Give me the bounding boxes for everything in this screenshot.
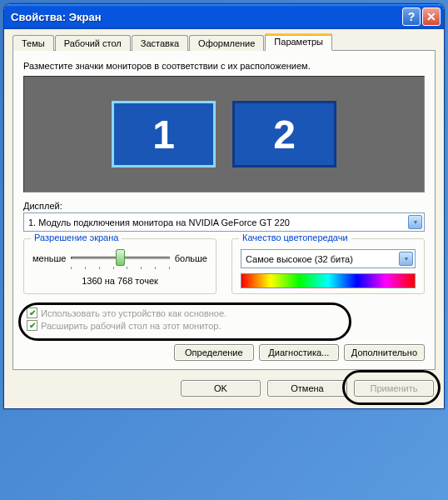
- monitor-2[interactable]: 2: [232, 101, 336, 168]
- window-title: Свойства: Экран: [11, 11, 401, 23]
- help-button[interactable]: ?: [402, 8, 421, 26]
- display-value: 1. Модуль подключения монитора на NVIDIA…: [26, 218, 408, 228]
- settings-buttons-row: Определение Диагностика... Дополнительно: [23, 344, 425, 361]
- display-label: Дисплей:: [23, 201, 425, 211]
- tab-strip: Темы Рабочий стол Заставка Оформление Па…: [12, 35, 436, 51]
- close-button[interactable]: ✕: [422, 8, 441, 26]
- resolution-title: Разрешение экрана: [31, 232, 122, 242]
- color-quality-group: Качество цветопередачи Самое высокое (32…: [231, 238, 425, 294]
- settings-pane: Разместите значки мониторов в соответств…: [12, 50, 436, 370]
- identify-button[interactable]: Определение: [174, 344, 254, 361]
- close-icon: ✕: [426, 10, 436, 23]
- extend-desktop-row: ✔ Расширить рабочий стол на этот монитор…: [27, 320, 421, 331]
- primary-checkbox[interactable]: ✔: [27, 308, 37, 318]
- chevron-down-icon[interactable]: ▾: [408, 215, 422, 229]
- monitor-2-number: 2: [273, 112, 296, 158]
- extend-checkbox[interactable]: ✔: [27, 320, 37, 331]
- ok-button[interactable]: OK: [181, 380, 261, 397]
- slider-less-label: меньше: [32, 253, 66, 263]
- extend-label: Расширить рабочий стол на этот монитор.: [41, 321, 222, 331]
- chevron-down-icon[interactable]: ▾: [399, 252, 413, 266]
- monitor-1[interactable]: 1: [112, 101, 216, 168]
- apply-button[interactable]: Применить: [354, 380, 434, 397]
- display-dropdown[interactable]: 1. Модуль подключения монитора на NVIDIA…: [23, 212, 425, 232]
- primary-label: Использовать это устройство как основное…: [41, 308, 226, 318]
- resolution-text: 1360 на 768 точек: [32, 276, 207, 286]
- troubleshoot-button[interactable]: Диагностика...: [259, 344, 339, 361]
- resolution-group: Разрешение экрана меньше больше 1360 на …: [23, 238, 217, 294]
- titlebar[interactable]: Свойства: Экран ? ✕: [4, 4, 444, 29]
- tab-appearance[interactable]: Оформление: [189, 35, 264, 51]
- instruction-text: Разместите значки мониторов в соответств…: [23, 61, 425, 71]
- tab-settings[interactable]: Параметры: [265, 33, 332, 51]
- monitor-arrangement[interactable]: 1 2: [23, 76, 425, 192]
- help-icon: ?: [408, 10, 416, 23]
- slider-more-label: больше: [175, 253, 207, 263]
- tab-desktop[interactable]: Рабочий стол: [55, 35, 131, 51]
- tab-screensaver[interactable]: Заставка: [132, 35, 188, 51]
- slider-thumb[interactable]: [116, 249, 125, 266]
- client-area: Темы Рабочий стол Заставка Оформление Па…: [4, 29, 444, 408]
- slider-ticks: [71, 267, 169, 269]
- color-quality-dropdown[interactable]: Самое высокое (32 бита) ▾: [241, 249, 416, 268]
- checkbox-area: ✔ Использовать это устройство как основн…: [23, 301, 425, 336]
- advanced-button[interactable]: Дополнительно: [344, 344, 425, 361]
- dialog-buttons-row: OK Отмена Применить: [12, 380, 436, 400]
- tab-themes[interactable]: Темы: [12, 35, 54, 51]
- display-properties-window: Свойства: Экран ? ✕ Темы Рабочий стол За…: [3, 3, 445, 409]
- primary-device-row: ✔ Использовать это устройство как основн…: [27, 308, 421, 318]
- monitor-1-number: 1: [152, 112, 175, 158]
- color-quality-value: Самое высокое (32 бита): [243, 254, 399, 264]
- color-quality-title: Качество цветопередачи: [239, 232, 351, 242]
- resolution-slider[interactable]: [71, 249, 169, 268]
- color-spectrum: [241, 273, 416, 288]
- cancel-button[interactable]: Отмена: [267, 380, 347, 397]
